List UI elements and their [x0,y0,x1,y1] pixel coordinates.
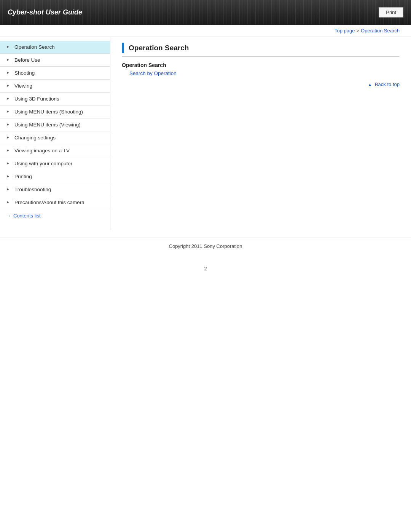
arrow-icon: ► [6,174,11,179]
sidebar-item-label: Troubleshooting [14,187,51,192]
breadcrumb-separator: > [357,28,360,34]
sidebar-item-operation-search[interactable]: ► Operation Search [0,41,110,54]
arrow-icon: ► [6,83,11,89]
arrow-icon: ► [6,161,11,166]
section-subtitle: Operation Search [122,62,400,68]
sidebar: ► Operation Search ► Before Use ► Shooti… [0,37,110,230]
breadcrumb-current-link[interactable]: Operation Search [361,28,400,34]
sidebar-item-label: Before Use [14,57,40,63]
title-bar-accent [122,43,124,53]
sidebar-item-using-menu-viewing[interactable]: ► Using MENU items (Viewing) [0,118,110,131]
page-title-section: Operation Search [122,43,400,57]
footer: Copyright 2011 Sony Corporation 2 [0,238,411,272]
sidebar-item-before-use[interactable]: ► Before Use [0,54,110,67]
arrow-icon: ► [6,187,11,192]
arrow-icon: ► [6,109,11,115]
main-layout: ► Operation Search ► Before Use ► Shooti… [0,37,411,230]
sidebar-item-viewing-images-tv[interactable]: ► Viewing images on a TV [0,144,110,157]
arrow-icon: ► [6,96,11,102]
contents-list-link[interactable]: → Contents list [0,209,110,222]
sidebar-item-label: Printing [14,174,32,179]
app-title: Cyber-shot User Guide [8,8,82,16]
content-area: Operation Search Operation Search Search… [110,37,411,230]
arrow-icon: ► [6,135,11,141]
breadcrumb: Top page > Operation Search [0,25,411,37]
sidebar-item-using-3d-functions[interactable]: ► Using 3D Functions [0,93,110,105]
sidebar-item-viewing[interactable]: ► Viewing [0,80,110,93]
sidebar-item-using-with-computer[interactable]: ► Using with your computer [0,157,110,170]
sidebar-item-label: Using MENU items (Viewing) [14,122,81,128]
sidebar-item-label: Operation Search [14,44,55,50]
back-to-top-section: ▲ Back to top [122,81,400,87]
search-by-operation-link[interactable]: Search by Operation [129,70,400,76]
sidebar-item-label: Precautions/About this camera [14,200,84,205]
sidebar-item-label: Using with your computer [14,161,72,166]
sidebar-item-label: Viewing [14,83,32,89]
page-header: Cyber-shot User Guide Print [0,0,411,25]
copyright-text: Copyright 2011 Sony Corporation [169,243,242,249]
arrow-icon: ► [6,122,11,128]
sidebar-item-label: Changing settings [14,135,56,141]
arrow-icon: ► [6,45,11,50]
print-button[interactable]: Print [379,7,403,18]
sidebar-item-label: Viewing images on a TV [14,148,70,153]
breadcrumb-top-link[interactable]: Top page [335,28,355,34]
page-number: 2 [204,266,207,272]
sidebar-item-changing-settings[interactable]: ► Changing settings [0,131,110,144]
arrow-icon: ► [6,200,11,205]
sidebar-item-troubleshooting[interactable]: ► Troubleshooting [0,183,110,196]
arrow-icon: ► [6,148,11,153]
contents-list-label: Contents list [13,213,41,219]
sidebar-item-precautions[interactable]: ► Precautions/About this camera [0,196,110,209]
arrow-icon: ► [6,58,11,63]
back-to-top-label: Back to top [375,81,400,87]
back-to-top-link[interactable]: ▲ Back to top [368,81,400,87]
sidebar-item-label: Using MENU items (Shooting) [14,109,83,115]
arrow-icon: ► [6,70,11,76]
sidebar-item-label: Using 3D Functions [14,96,59,102]
sidebar-item-printing[interactable]: ► Printing [0,170,110,183]
page-title: Operation Search [129,44,189,52]
sidebar-item-shooting[interactable]: ► Shooting [0,67,110,80]
triangle-icon: ▲ [368,82,372,87]
arrow-right-icon: → [6,213,11,219]
sidebar-item-label: Shooting [14,70,35,76]
sidebar-item-using-menu-shooting[interactable]: ► Using MENU items (Shooting) [0,105,110,118]
